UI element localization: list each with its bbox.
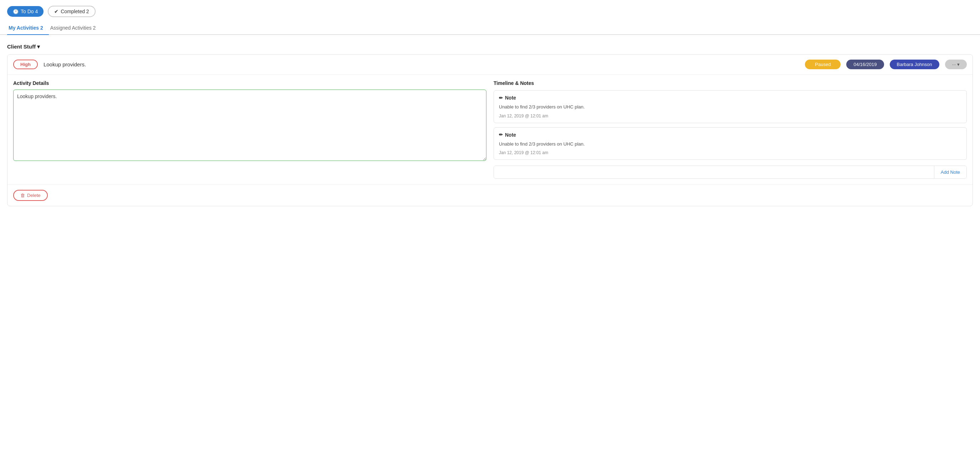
- status-badge[interactable]: Paused: [805, 60, 840, 69]
- note-body-1: Unable to find 2/3 providers on UHC plan…: [499, 104, 961, 111]
- timeline-notes-section: Timeline & Notes ✏ Note Unable to find 2…: [493, 80, 967, 179]
- note-label-2: Note: [505, 132, 516, 138]
- card-header: High Lookup providers. Paused 04/16/2019…: [8, 54, 972, 74]
- activity-details-label: Activity Details: [13, 80, 487, 86]
- note-timestamp-1: Jan 12, 2019 @ 12:01 am: [499, 113, 961, 118]
- todo-button[interactable]: 🕐 To Do 4: [7, 6, 43, 17]
- trash-icon: 🗑: [20, 193, 25, 198]
- delete-label: Delete: [27, 193, 41, 198]
- tabs-bar: My Activities 2 Assigned Activities 2: [0, 21, 980, 35]
- date-badge[interactable]: 04/16/2019: [846, 60, 884, 69]
- pencil-icon-2: ✏: [499, 132, 503, 137]
- tab-my-activities[interactable]: My Activities 2: [7, 21, 49, 35]
- activity-card: High Lookup providers. Paused 04/16/2019…: [7, 54, 973, 206]
- card-body: Activity Details Timeline & Notes ✏ Note…: [8, 74, 972, 185]
- clock-icon: 🕐: [13, 9, 19, 14]
- note-card-1: ✏ Note Unable to find 2/3 providers on U…: [493, 90, 967, 123]
- delete-button[interactable]: 🗑 Delete: [13, 190, 48, 201]
- priority-badge: High: [13, 60, 38, 69]
- section-header: Client Stuff ▾: [0, 41, 980, 54]
- pencil-icon-1: ✏: [499, 95, 503, 100]
- top-bar: 🕐 To Do 4 ✔ Completed 2: [0, 0, 980, 21]
- note-header-2: ✏ Note: [499, 132, 961, 138]
- note-header-1: ✏ Note: [499, 95, 961, 100]
- checkmark-icon: ✔: [54, 8, 59, 14]
- tab-assigned-activities[interactable]: Assigned Activities 2: [49, 21, 102, 35]
- activity-details-textarea[interactable]: [13, 89, 487, 161]
- note-card-2: ✏ Note Unable to find 2/3 providers on U…: [493, 127, 967, 160]
- completed-button[interactable]: ✔ Completed 2: [48, 6, 95, 17]
- card-footer: 🗑 Delete: [8, 185, 972, 206]
- assignee-badge[interactable]: Barbara Johnson: [890, 60, 939, 69]
- add-note-input[interactable]: [494, 166, 934, 178]
- note-body-2: Unable to find 2/3 providers on UHC plan…: [499, 140, 961, 148]
- activity-details-section: Activity Details: [13, 80, 487, 179]
- note-timestamp-2: Jan 12, 2019 @ 12:01 am: [499, 150, 961, 155]
- todo-label: To Do 4: [21, 8, 38, 14]
- section-title: Client Stuff ▾: [7, 43, 40, 50]
- action-dropdown[interactable]: ··· ▾: [945, 60, 967, 69]
- add-note-button[interactable]: Add Note: [934, 166, 966, 178]
- activity-title: Lookup providers.: [43, 61, 799, 67]
- timeline-notes-label: Timeline & Notes: [493, 80, 967, 86]
- note-label-1: Note: [505, 95, 516, 100]
- add-note-area: Add Note: [493, 166, 967, 179]
- completed-label: Completed 2: [60, 8, 89, 14]
